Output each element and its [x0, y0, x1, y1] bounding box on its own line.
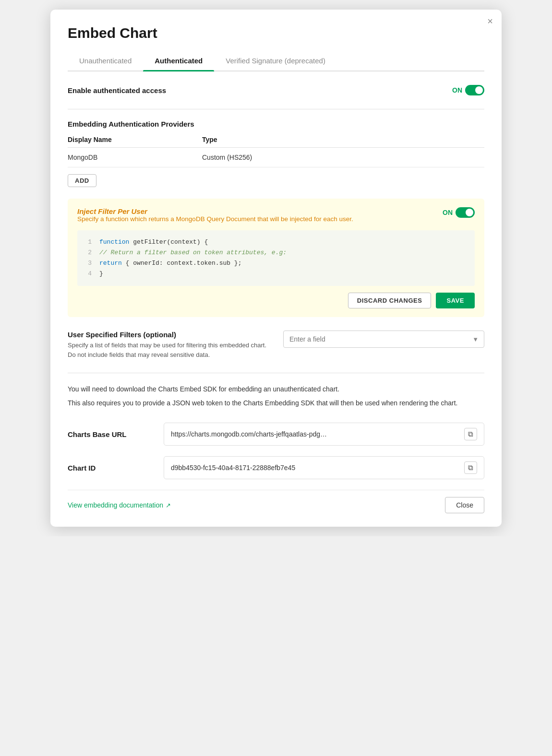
divider-1 — [68, 109, 484, 109]
line-num-2: 2 — [85, 248, 92, 258]
user-filters-row: User Specified Filters (optional) Specif… — [68, 331, 484, 359]
inject-filter-toggle[interactable] — [456, 207, 475, 218]
providers-section-title: Embedding Authentication Providers — [68, 120, 484, 128]
tab-verified-signature[interactable]: Verified Signature (deprecated) — [214, 52, 337, 71]
inject-actions: DISCARD CHANGES SAVE — [77, 293, 475, 308]
toggle-on-label: ON — [452, 86, 462, 94]
line-num-1: 1 — [85, 237, 92, 248]
charts-base-url-row: Charts Base URL https://charts.mongodb.c… — [68, 423, 484, 446]
code-text-4: } — [99, 269, 103, 279]
provider-row: MongoDB Custom (HS256) — [68, 148, 484, 167]
provider-type: Custom (HS256) — [202, 148, 484, 167]
tab-unauthenticated[interactable]: Unauthenticated — [68, 52, 143, 71]
close-button[interactable]: Close — [445, 497, 484, 513]
line-num-3: 3 — [85, 258, 92, 269]
chart-id-copy-button[interactable]: ⧉ — [464, 461, 477, 474]
providers-table: Display Name Type MongoDB Custom (HS256) — [68, 133, 484, 167]
chart-id-row: Chart ID d9bb4530-fc15-40a4-8171-22888ef… — [68, 456, 484, 479]
external-link-icon: ↗ — [166, 502, 171, 509]
charts-base-url-box: https://charts.mongodb.com/charts-jeffqa… — [164, 423, 484, 446]
doc-link[interactable]: View embedding documentation ↗ — [68, 501, 171, 509]
user-filters-desc: Specify a list of fields that may be use… — [68, 341, 269, 359]
code-line-4: 4 } — [85, 269, 467, 279]
chart-id-label: Chart ID — [68, 464, 164, 472]
code-text-3: return { ownerId: context.token.sub }; — [99, 258, 241, 269]
inject-toggle-label: ON — [443, 209, 453, 216]
inject-header: Inject Filter Per User Specify a functio… — [77, 207, 475, 228]
tab-content: Enable authenticated access ON Embedding… — [68, 71, 484, 513]
close-x-button[interactable]: × — [487, 16, 493, 26]
inject-toggle-group: ON — [443, 207, 475, 218]
charts-base-url-copy-button[interactable]: ⧉ — [464, 428, 477, 440]
code-editor[interactable]: 1 function getFilter(context) { 2 // Ret… — [77, 230, 475, 286]
field-input[interactable] — [283, 331, 484, 348]
chart-id-value: d9bb4530-fc15-40a4-8171-22888efb7e45 — [171, 464, 460, 472]
code-text-2: // Return a filter based on token attrib… — [99, 248, 287, 258]
code-line-3: 3 return { ownerId: context.token.sub }; — [85, 258, 467, 269]
user-filters-title: User Specified Filters (optional) — [68, 331, 269, 339]
toggle-group: ON — [452, 85, 484, 95]
add-provider-button[interactable]: ADD — [68, 174, 96, 187]
discard-changes-button[interactable]: DISCARD CHANGES — [348, 293, 432, 308]
modal-footer: View embedding documentation ↗ Close — [68, 490, 484, 513]
col-type: Type — [202, 133, 484, 148]
tabs-bar: Unauthenticated Authenticated Verified S… — [68, 52, 484, 71]
chart-id-box: d9bb4530-fc15-40a4-8171-22888efb7e45 ⧉ — [164, 456, 484, 479]
info-line-2: This also requires you to provide a JSON… — [68, 398, 484, 408]
authenticated-access-row: Enable authenticated access ON — [68, 85, 484, 95]
modal-title: Embed Chart — [68, 25, 484, 41]
authenticated-access-label: Enable authenticated access — [68, 86, 166, 94]
inject-filter-section: Inject Filter Per User Specify a functio… — [68, 199, 484, 317]
code-line-1: 1 function getFilter(context) { — [85, 237, 467, 248]
info-line-1: You will need to download the Charts Emb… — [68, 384, 484, 394]
provider-name: MongoDB — [68, 148, 202, 167]
divider-2 — [68, 373, 484, 373]
line-num-4: 4 — [85, 269, 92, 279]
charts-base-url-value: https://charts.mongodb.com/charts-jeffqa… — [171, 430, 460, 438]
info-section: You will need to download the Charts Emb… — [68, 384, 484, 408]
authenticated-toggle[interactable] — [465, 85, 484, 95]
inject-desc: Specify a function which returns a Mongo… — [77, 215, 353, 223]
field-input-wrap: ▼ — [283, 331, 484, 348]
save-button[interactable]: SAVE — [436, 293, 475, 308]
inject-title: Inject Filter Per User — [77, 207, 353, 215]
user-filters-text: User Specified Filters (optional) Specif… — [68, 331, 269, 359]
embed-chart-modal: × Embed Chart Unauthenticated Authentica… — [50, 10, 502, 527]
tab-authenticated[interactable]: Authenticated — [143, 52, 214, 71]
code-line-2: 2 // Return a filter based on token attr… — [85, 248, 467, 258]
col-display-name: Display Name — [68, 133, 202, 148]
doc-link-text: View embedding documentation — [68, 501, 163, 509]
code-text-1: function getFilter(context) { — [99, 237, 208, 248]
charts-base-url-label: Charts Base URL — [68, 430, 164, 438]
